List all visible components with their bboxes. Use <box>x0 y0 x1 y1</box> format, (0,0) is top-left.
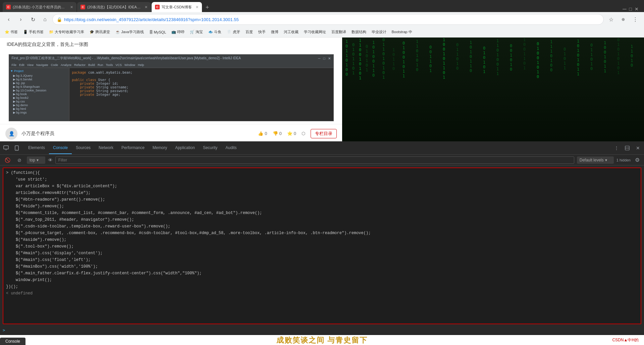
extension-button[interactable]: ⊕ <box>619 15 628 24</box>
address-bar[interactable]: 🔒 https://blog.csdn.net/weixin_45979122/… <box>52 14 604 25</box>
svg-rect-0 <box>4 146 8 149</box>
tab-application[interactable]: Application <box>171 142 199 154</box>
level-selector[interactable]: Default levels ▾ <box>577 156 614 164</box>
tab3-close[interactable]: ✕ <box>196 5 199 9</box>
idea-menu-tools[interactable]: Tools <box>106 63 113 67</box>
idea-tree-item[interactable]: ▶ bg book <box>13 92 68 96</box>
maximize-button[interactable]: □ <box>629 6 632 12</box>
bookmark-douyu[interactable]: 🐟 斗鱼 <box>206 29 223 35</box>
back-button[interactable]: ‹ <box>4 15 13 24</box>
idea-tree-item[interactable]: ▶ bg .jsp <box>13 81 68 85</box>
forward-button[interactable]: › <box>16 15 25 24</box>
idea-tree-item[interactable]: ▶ bg 13.Cookie_Session <box>13 89 68 92</box>
clear-console-button[interactable]: 🚫 <box>3 155 12 165</box>
tab-audits[interactable]: Audits <box>221 142 240 154</box>
close-window-button[interactable]: ✕ <box>635 6 639 12</box>
idea-titlebar: First_pro [D:\09用工程序算法_二学期\Web网站_work] -… <box>9 55 333 62</box>
tab-performance[interactable]: Performance <box>117 142 149 154</box>
bookmark-study[interactable]: 学习收藏网址 <box>302 29 328 35</box>
dislike-button[interactable]: 👎 0 <box>273 131 282 136</box>
minimize-button[interactable]: ─ <box>623 6 626 12</box>
idea-tree: ▶ bg 3.JQuery ▶ bg 8.Servlet ▶ bg .jsp ▶… <box>10 74 68 114</box>
idea-menu-refactor[interactable]: Refactor <box>74 63 86 67</box>
idea-tree-item[interactable]: ▶ bg demo <box>13 104 68 107</box>
idea-minimize[interactable]: ─ <box>318 57 320 60</box>
bookmark-fanyi[interactable]: 百度翻译 <box>329 29 348 35</box>
tab-network[interactable]: Network <box>95 142 117 154</box>
idea-menu-run[interactable]: Run <box>98 63 103 67</box>
idea-menu-build[interactable]: Build <box>88 63 95 67</box>
bookmark-kuaishou[interactable]: 快手 <box>256 29 268 35</box>
tab-memory[interactable]: Memory <box>149 142 171 154</box>
reload-button[interactable]: ↻ <box>28 15 38 24</box>
tab-security[interactable]: Security <box>199 142 221 154</box>
bookmark-tencent[interactable]: 🎓 腾讯课堂 <box>88 29 112 35</box>
bookmark-bootstrap[interactable]: Bootstrap 中 <box>390 29 414 35</box>
idea-tree-item[interactable]: ▶ bg 3.JQuery <box>13 74 68 77</box>
star-button[interactable]: ⭐ 0 <box>287 131 296 136</box>
idea-menu-window[interactable]: Window <box>124 63 135 67</box>
bookmark-bibe[interactable]: 📺 哔哔 <box>169 29 186 35</box>
idea-menu-file[interactable]: File <box>12 63 17 67</box>
context-selector[interactable]: top ▾ <box>27 156 45 164</box>
idea-menu-analyze[interactable]: Analyze <box>61 63 71 67</box>
browser-tab-3[interactable]: C 写文章-CSDN博客 ✕ <box>152 2 202 12</box>
new-tab-button[interactable]: + <box>203 3 212 12</box>
eye-icon[interactable]: 👁 <box>48 157 53 163</box>
tab-console[interactable]: Console <box>49 142 72 154</box>
idea-tree-item[interactable]: ▶ bg html <box>13 107 68 111</box>
console-settings-button[interactable]: ⚙ <box>633 156 641 164</box>
tab-elements[interactable]: Elements <box>24 142 49 154</box>
bookmark-huya[interactable]: 🦷 虎牙 <box>225 29 242 35</box>
devtools-dots-button[interactable]: ⋮ <box>612 143 621 153</box>
idea-tree-item[interactable]: ▶ bg imgs <box>13 111 68 114</box>
console-output-area[interactable]: > (function(){ 'use strict'; var article… <box>3 167 641 324</box>
bottom-console-tab[interactable]: Console <box>0 338 25 345</box>
bookmarks-button[interactable]: ☆ <box>606 15 616 24</box>
bookmark-weibo[interactable]: 微博 <box>269 29 280 35</box>
filter-input[interactable] <box>55 156 574 164</box>
inspect-toggle[interactable] <box>1 143 11 153</box>
idea-menu-edit[interactable]: Edit <box>19 63 24 67</box>
devtools-close-button[interactable]: ✕ <box>633 143 643 153</box>
idea-tree-item[interactable]: ▶ bg css <box>13 100 68 103</box>
bookmark-data[interactable]: 数据结构 <box>350 29 368 35</box>
idea-tree-item[interactable]: ▶ bg 8.Servlet <box>13 78 68 81</box>
bookmark-taobao[interactable]: 🛒 淘宝 <box>188 29 205 35</box>
idea-close[interactable]: ✕ <box>328 57 331 60</box>
bookmark-baidu[interactable]: 百度 <box>244 29 255 35</box>
browser-tab-1[interactable]: C (20条消息) 小万是个程序员的博客_ ✕ <box>3 2 76 12</box>
idea-maximize[interactable]: □ <box>323 57 325 60</box>
zhuanlan-button[interactable]: 专栏目录 <box>311 129 337 138</box>
tab-sources[interactable]: Sources <box>72 142 95 154</box>
console-line-13: $("#main").css('display','content'); <box>3 250 641 257</box>
bookmark-mobile[interactable]: 📱 手机书签 <box>21 29 46 35</box>
tab1-close[interactable]: ✕ <box>70 5 73 9</box>
browser-tab-2[interactable]: C (20条消息)【花式IDEA】IDEA更换... ✕ <box>77 2 151 12</box>
bookmark-item[interactable]: ⭐ 书签 <box>3 29 20 35</box>
bookmark-hegong[interactable]: 河工收藏 <box>282 29 301 35</box>
idea-menu-vcs[interactable]: VCS <box>116 63 122 67</box>
idea-menu-help[interactable]: Help <box>138 63 144 67</box>
bookmark-biye[interactable]: 毕业设计 <box>370 29 388 35</box>
article-intro: IDEA的指定自定义背景，首先上一张图 <box>0 38 342 52</box>
tab2-close[interactable]: ✕ <box>145 5 148 9</box>
console-prompt-bar[interactable]: > <box>0 326 644 334</box>
bookmark-daxue[interactable]: 📁 大专时收藏学习库 <box>47 29 86 35</box>
bookmark-mysql[interactable]: 🗄 MySQL <box>147 29 168 35</box>
console-input[interactable] <box>6 328 641 333</box>
idea-menu-code[interactable]: Code <box>51 63 58 67</box>
idea-menu-view[interactable]: View <box>27 63 34 67</box>
devtools-undock-button[interactable] <box>623 143 632 153</box>
home-button[interactable]: ⌂ <box>40 15 50 24</box>
like-button[interactable]: 👍 0 <box>258 131 267 136</box>
preserve-log-button[interactable]: ⊘ <box>15 155 24 165</box>
menu-button[interactable]: ⋮ <box>631 15 640 24</box>
device-toggle[interactable] <box>12 143 21 153</box>
idea-tree-item[interactable]: ▶ bg book2 <box>13 96 68 99</box>
bookmark-java[interactable]: ☕ Java学习路线 <box>113 29 146 35</box>
idea-sidebar: ▼ Project ▶ bg 3.JQuery ▶ bg 8.Servlet ▶… <box>9 68 69 121</box>
share-button[interactable]: ⬡ <box>302 131 305 136</box>
idea-menu-navigate[interactable]: Navigate <box>36 63 48 67</box>
idea-tree-item[interactable]: ▶ bg 9.Shangchuan <box>13 85 68 88</box>
